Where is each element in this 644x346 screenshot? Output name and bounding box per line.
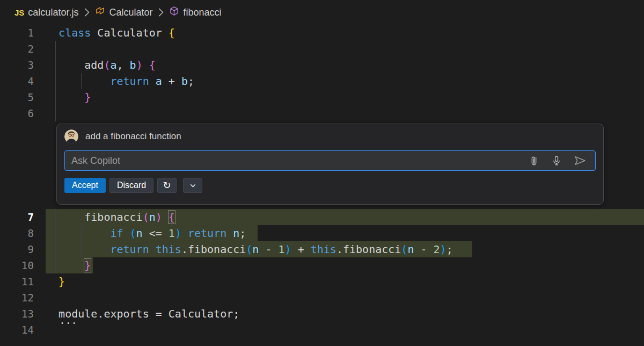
code-token: ; xyxy=(239,227,246,240)
line-number[interactable]: 6 xyxy=(0,105,46,121)
code-token xyxy=(162,211,169,224)
code-token xyxy=(58,211,84,224)
line-number[interactable]: 8 xyxy=(0,225,46,241)
code-token: n xyxy=(252,243,259,256)
code-line[interactable]: 8 if (n <= 1) return n; xyxy=(0,225,644,241)
code-token: n xyxy=(407,243,414,256)
line-number[interactable]: 13 xyxy=(0,306,46,322)
code-token: ) xyxy=(156,211,162,224)
breadcrumb-item-class[interactable]: Calculator xyxy=(95,6,152,19)
code-token: . xyxy=(181,243,188,256)
chat-prompt-text: add a fibonacci function xyxy=(85,131,181,142)
code-line[interactable]: 4 return a + b; xyxy=(0,73,644,89)
code-token: fibonacci xyxy=(343,243,401,256)
code-token: Calculator xyxy=(97,26,162,39)
line-number[interactable]: 1 xyxy=(0,25,46,41)
line-number[interactable]: 10 xyxy=(0,257,46,273)
code-token: ) xyxy=(136,59,143,71)
symbol-class-icon xyxy=(95,6,105,19)
code-token: return xyxy=(110,75,149,88)
copilot-inline-chat-widget: add a fibonacci function Accept Discard … xyxy=(56,124,604,205)
bracket-match: { xyxy=(169,211,175,224)
code-token: fibonacci xyxy=(84,211,142,224)
editor[interactable]: 1 class Calculator {2 3 add(a, b) {4 ret… xyxy=(0,25,644,338)
code-token: ) xyxy=(285,243,291,256)
code-content: } xyxy=(46,89,644,105)
line-number[interactable]: 11 xyxy=(0,273,46,290)
code-token: return xyxy=(188,227,226,240)
code-line[interactable]: 9 return this.fibonacci(n - 1) + this.fi… xyxy=(0,241,644,257)
code-line[interactable]: 7 fibonacci(n) { xyxy=(0,209,644,225)
code-token: add xyxy=(84,59,104,71)
code-token: - xyxy=(259,243,278,256)
line-number[interactable]: 3 xyxy=(0,57,46,73)
line-number[interactable]: 7 xyxy=(0,209,46,225)
code-line[interactable]: 10 } xyxy=(0,257,644,273)
code-token: 1 xyxy=(279,243,285,256)
retry-icon[interactable]: ↻ xyxy=(157,178,177,193)
line-number[interactable]: 4 xyxy=(0,73,46,89)
chevron-down-icon[interactable] xyxy=(183,178,202,193)
code-line[interactable]: 2 xyxy=(0,41,644,57)
chat-input-box xyxy=(64,150,596,171)
code-token xyxy=(58,227,110,240)
code-line[interactable]: 14 xyxy=(0,322,644,338)
code-token: a xyxy=(156,75,162,88)
code-token xyxy=(58,259,84,272)
line-number[interactable]: 2 xyxy=(0,41,46,57)
code-token xyxy=(58,75,110,88)
code-line[interactable]: 1 class Calculator { xyxy=(0,25,644,41)
send-icon[interactable] xyxy=(573,154,588,168)
code-token xyxy=(58,243,110,256)
javascript-file-icon: JS xyxy=(14,8,24,17)
code-token: this xyxy=(156,243,181,256)
chevron-right-icon xyxy=(157,8,165,17)
code-line[interactable]: 13 module.exports = Calculator; xyxy=(0,306,644,322)
paperclip-icon[interactable] xyxy=(528,154,540,167)
code-content: if (n <= 1) return n; xyxy=(46,225,644,241)
accept-button[interactable]: Accept xyxy=(64,178,106,193)
code-token: ) xyxy=(440,243,447,256)
code-token xyxy=(91,26,97,39)
code-token: = xyxy=(149,307,169,320)
code-token xyxy=(226,227,233,240)
code-token: ( xyxy=(246,243,252,256)
code-token: { xyxy=(149,59,156,71)
discard-button[interactable]: Discard xyxy=(109,178,153,193)
code-token xyxy=(58,91,84,104)
breadcrumb-class-label: Calculator xyxy=(109,7,152,18)
code-token xyxy=(123,227,130,240)
code-content xyxy=(46,290,644,306)
code-token: ( xyxy=(401,243,407,256)
code-content: return a + b; xyxy=(46,73,644,89)
code-token: module xyxy=(58,307,97,320)
line-number[interactable]: 5 xyxy=(0,89,46,105)
ask-copilot-input[interactable] xyxy=(71,155,528,167)
breadcrumb-item-symbol[interactable]: fibonacci xyxy=(169,6,221,19)
line-number[interactable]: 14 xyxy=(0,322,46,338)
microphone-icon[interactable] xyxy=(550,154,563,167)
code-line[interactable]: 11 } xyxy=(0,273,644,290)
code-token xyxy=(143,59,149,71)
code-token xyxy=(149,243,156,256)
line-number[interactable]: 12 xyxy=(0,290,46,306)
code-line[interactable]: 5 } xyxy=(0,89,644,105)
line-number[interactable]: 9 xyxy=(0,241,46,257)
code-token: , xyxy=(116,59,129,71)
code-token: n xyxy=(136,227,143,240)
code-lines: 1 class Calculator {2 3 add(a, b) {4 ret… xyxy=(0,25,644,338)
code-token xyxy=(149,75,156,88)
code-line[interactable]: 3 add(a, b) { xyxy=(0,57,644,73)
code-token: fibonacci xyxy=(188,243,246,256)
code-token: ; xyxy=(188,75,194,88)
code-token: a xyxy=(110,59,116,71)
breadcrumb-item-file[interactable]: JS calculator.js xyxy=(14,7,78,18)
inline-chat-gap: add a fibonacci function Accept Discard … xyxy=(0,121,644,209)
code-line[interactable]: 12 xyxy=(0,290,644,306)
code-line[interactable]: 6 xyxy=(0,105,644,121)
code-token: ) xyxy=(175,227,181,240)
code-content: module.exports = Calculator; xyxy=(46,306,644,322)
code-content: class Calculator { xyxy=(46,25,644,41)
code-token: n xyxy=(149,211,156,224)
code-token: - xyxy=(414,243,433,256)
